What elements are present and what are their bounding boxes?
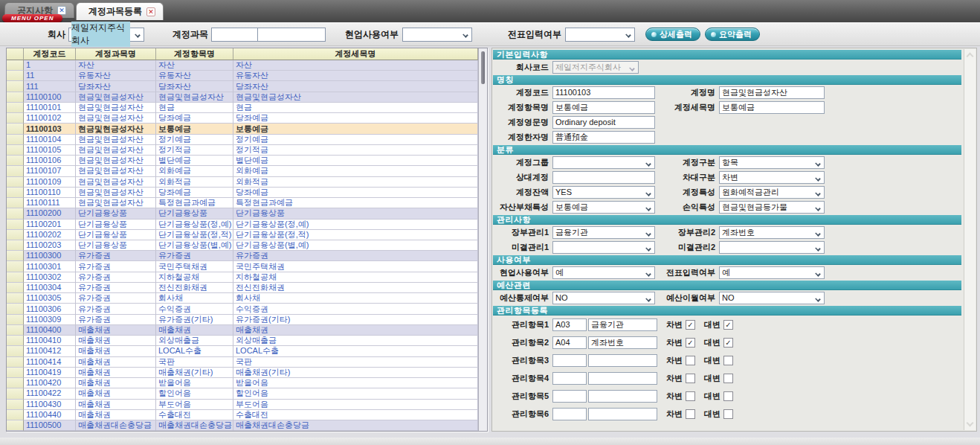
close-icon[interactable]: ✕ xyxy=(146,7,155,16)
detail-input[interactable] xyxy=(719,86,825,99)
debit-checkbox[interactable]: ✓ xyxy=(686,320,695,330)
detail-select[interactable]: 현금및현금등가물 xyxy=(719,201,825,214)
row-selector-cell[interactable] xyxy=(7,251,24,261)
detail-select[interactable]: 금융기관 xyxy=(552,226,655,239)
row-selector-cell[interactable] xyxy=(7,388,24,399)
debit-checkbox[interactable] xyxy=(686,356,695,365)
detail-select[interactable]: NO xyxy=(719,292,825,304)
table-row[interactable]: 11100111현금및현금성자산특정현금과예금특정현금과예금 xyxy=(7,198,478,208)
table-row[interactable]: 11100106현금및현금성자산별단예금별단예금 xyxy=(7,156,478,166)
row-selector-cell[interactable] xyxy=(7,135,24,145)
table-row[interactable]: 11100100현금및현금성자산현금및현금성자산현금및현금성자산 xyxy=(7,92,478,103)
row-selector-cell[interactable] xyxy=(7,92,24,103)
detail-select[interactable]: 계좌번호 xyxy=(719,226,825,239)
row-selector-cell[interactable] xyxy=(7,81,24,92)
scroll-down-icon[interactable] xyxy=(967,420,974,427)
mgmt-code-input[interactable] xyxy=(552,372,587,385)
row-selector-cell[interactable] xyxy=(7,283,24,293)
field-use-select[interactable] xyxy=(402,28,472,42)
scroll-up-icon[interactable] xyxy=(967,53,974,60)
mgmt-code-input[interactable] xyxy=(552,354,587,367)
mgmt-code-input[interactable] xyxy=(552,336,587,349)
detail-select[interactable]: 예 xyxy=(552,266,655,279)
detail-select[interactable]: YES xyxy=(552,186,655,199)
row-selector-cell[interactable] xyxy=(7,60,24,71)
detail-input[interactable] xyxy=(552,116,655,129)
row-selector-cell[interactable] xyxy=(7,315,24,325)
table-row[interactable]: 11100306유가증권수익증권수익증권 xyxy=(7,304,478,314)
mgmt-name-input[interactable] xyxy=(588,354,657,367)
grid-column-header[interactable]: 계정세목명 xyxy=(233,48,478,60)
mgmt-name-input[interactable] xyxy=(588,372,657,385)
table-row[interactable]: 1자산자산자산 xyxy=(7,60,478,71)
table-row[interactable]: 11100107현금및현금성자산외화예금외화예금 xyxy=(7,166,478,176)
credit-checkbox[interactable] xyxy=(723,391,733,401)
table-row[interactable]: 11100422매출채권할인어음할인어음 xyxy=(7,388,478,399)
mgmt-code-input[interactable] xyxy=(552,390,587,403)
table-row[interactable]: 11100305유가증권회사채회사채 xyxy=(7,293,478,304)
account-name-input[interactable] xyxy=(257,28,326,42)
detail-select[interactable]: 항목 xyxy=(719,156,825,169)
table-row[interactable]: 11100109현금및현금성자산외화적금외화적금 xyxy=(7,177,478,188)
table-row[interactable]: 11100414매출채권국판국판 xyxy=(7,357,478,368)
detail-print-button[interactable]: 상세출력 xyxy=(645,28,700,41)
menu-open-button[interactable]: MENU OPEN xyxy=(2,14,62,22)
table-row[interactable]: 11100302유가증권지하철공채지하철공채 xyxy=(7,272,478,283)
row-selector-cell[interactable] xyxy=(7,272,24,283)
debit-checkbox[interactable] xyxy=(686,409,695,419)
grid-column-header[interactable]: 계정코드 xyxy=(24,48,76,60)
debit-checkbox[interactable] xyxy=(686,374,695,383)
mgmt-name-input[interactable] xyxy=(588,318,657,331)
credit-checkbox[interactable]: ✓ xyxy=(723,320,733,330)
row-selector-cell[interactable] xyxy=(7,156,24,166)
row-selector-cell[interactable] xyxy=(7,166,24,176)
row-selector-cell[interactable] xyxy=(7,336,24,346)
table-row[interactable]: 11100104현금및현금성자산정기예금정기예금 xyxy=(7,135,478,145)
slip-entry-select[interactable] xyxy=(565,28,635,42)
grid-column-header[interactable]: 계정과목명 xyxy=(76,48,156,60)
table-row[interactable]: 11100420매출채권받을어음받을어음 xyxy=(7,378,478,388)
table-row[interactable]: 11100500매출채권대손충당금매출채권대손충당금매출채권대손충당금 xyxy=(7,420,478,431)
row-selector-cell[interactable] xyxy=(7,293,24,304)
table-row[interactable]: 11100200단기금융상품단기금융상품단기금융상품 xyxy=(7,208,478,219)
detail-select[interactable]: NO xyxy=(552,292,655,304)
row-selector-cell[interactable] xyxy=(7,368,24,378)
row-selector-cell[interactable] xyxy=(7,357,24,368)
table-row[interactable]: 11100301유가증권국민주택채권국민주택채권 xyxy=(7,261,478,272)
detail-input[interactable] xyxy=(552,86,655,99)
detail-input[interactable] xyxy=(552,171,655,184)
detail-input[interactable] xyxy=(552,131,655,144)
row-selector-cell[interactable] xyxy=(7,113,24,124)
table-row[interactable]: 11100309유가증권유가증권(기타)유가증권(기타) xyxy=(7,315,478,325)
table-row[interactable]: 11유동자산유동자산유동자산 xyxy=(7,71,478,81)
tab-account-registration[interactable]: 계정과목등록 ✕ xyxy=(76,2,164,20)
table-row[interactable]: 11100440매출채권수출대전수출대전 xyxy=(7,410,478,420)
detail-select[interactable]: 예 xyxy=(719,266,825,279)
row-selector-cell[interactable] xyxy=(7,198,24,208)
row-selector-cell[interactable] xyxy=(7,304,24,314)
row-selector-cell[interactable] xyxy=(7,378,24,388)
table-row[interactable]: 11100300유가증권유가증권유가증권 xyxy=(7,251,478,261)
mgmt-name-input[interactable] xyxy=(588,390,657,403)
row-selector-cell[interactable] xyxy=(7,261,24,272)
table-row[interactable]: 11100103현금및현금성자산보통예금보통예금 xyxy=(7,124,478,134)
row-selector-cell[interactable] xyxy=(7,400,24,410)
credit-checkbox[interactable]: ✓ xyxy=(723,338,733,348)
detail-select[interactable]: 차변 xyxy=(719,171,825,184)
credit-checkbox[interactable] xyxy=(723,374,733,383)
table-row[interactable]: 11100304유가증권전신전화채권전신전화채권 xyxy=(7,283,478,293)
table-row[interactable]: 11100102현금및현금성자산당좌예금당좌예금 xyxy=(7,113,478,124)
row-selector-cell[interactable] xyxy=(7,410,24,420)
summary-print-button[interactable]: 요약출력 xyxy=(705,28,760,41)
table-row[interactable]: 11100203단기금융상품단기금융상품(별,예)단기금융상품(별,예) xyxy=(7,240,478,251)
table-row[interactable]: 11100202단기금융상품단기금융상품(정,적)단기금융상품(정,적) xyxy=(7,230,478,240)
detail-input[interactable] xyxy=(552,101,655,114)
mgmt-name-input[interactable] xyxy=(588,336,657,349)
detail-select[interactable] xyxy=(719,241,825,254)
row-selector-cell[interactable] xyxy=(7,220,24,230)
credit-checkbox[interactable] xyxy=(723,409,733,419)
detail-select[interactable]: 원화예적금관리 xyxy=(719,186,825,199)
table-row[interactable]: 11100201단기금융상품단기금융상품(정,예)단기금융상품(정,예) xyxy=(7,220,478,230)
debit-checkbox[interactable] xyxy=(686,391,695,401)
row-selector-cell[interactable] xyxy=(7,145,24,156)
